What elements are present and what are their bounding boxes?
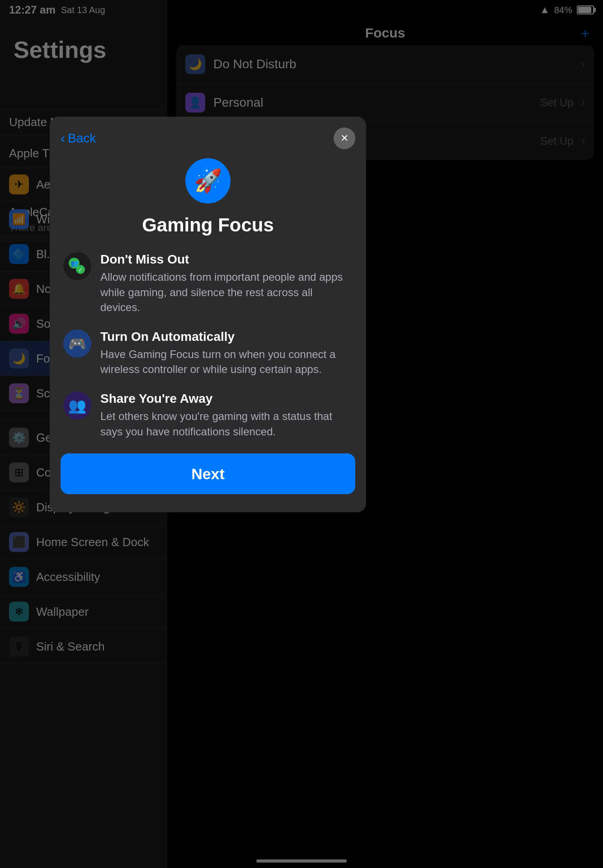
close-icon: ✕ xyxy=(340,132,349,144)
svg-text:✓: ✓ xyxy=(78,267,83,273)
dontmiss-icon: 👥 ✓ xyxy=(63,252,91,280)
back-chevron-icon: ‹ xyxy=(61,131,65,146)
feature-list: 👥 ✓ Don't Miss Out Allow notifications f… xyxy=(50,252,366,439)
dontmiss-desc: Allow notifications from important peopl… xyxy=(100,269,353,315)
share-icon: 👥 xyxy=(63,392,91,420)
modal-nav: ‹ Back ✕ xyxy=(50,117,366,149)
rocket-emoji: 🚀 xyxy=(194,168,222,194)
feature-item-auto: 🎮 Turn On Automatically Have Gaming Focu… xyxy=(63,330,353,377)
modal-title: Gaming Focus xyxy=(50,214,366,236)
modal-icon-wrap: 🚀 xyxy=(50,158,366,203)
auto-title: Turn On Automatically xyxy=(100,330,353,344)
auto-text: Turn On Automatically Have Gaming Focus … xyxy=(100,330,353,377)
gaming-rocket-icon: 🚀 xyxy=(185,158,231,203)
auto-icon: 🎮 xyxy=(63,330,91,358)
share-text: Share You're Away Let others know you're… xyxy=(100,392,353,439)
back-label: Back xyxy=(68,131,96,146)
dontmiss-title: Don't Miss Out xyxy=(100,252,353,267)
modal-back-button[interactable]: ‹ Back xyxy=(61,131,96,146)
modal-overlay: ‹ Back ✕ 🚀 Gaming Focus 👥 xyxy=(0,0,603,868)
feature-item-dontmiss: 👥 ✓ Don't Miss Out Allow notifications f… xyxy=(63,252,353,315)
dontmiss-text: Don't Miss Out Allow notifications from … xyxy=(100,252,353,315)
share-title: Share You're Away xyxy=(100,392,353,406)
auto-desc: Have Gaming Focus turn on when you conne… xyxy=(100,347,353,377)
svg-text:👥: 👥 xyxy=(71,259,79,267)
gaming-focus-modal: ‹ Back ✕ 🚀 Gaming Focus 👥 xyxy=(50,117,366,512)
share-desc: Let others know you're gaming with a sta… xyxy=(100,409,353,439)
feature-item-share: 👥 Share You're Away Let others know you'… xyxy=(63,392,353,439)
next-button[interactable]: Next xyxy=(61,453,355,494)
modal-close-button[interactable]: ✕ xyxy=(334,127,355,149)
